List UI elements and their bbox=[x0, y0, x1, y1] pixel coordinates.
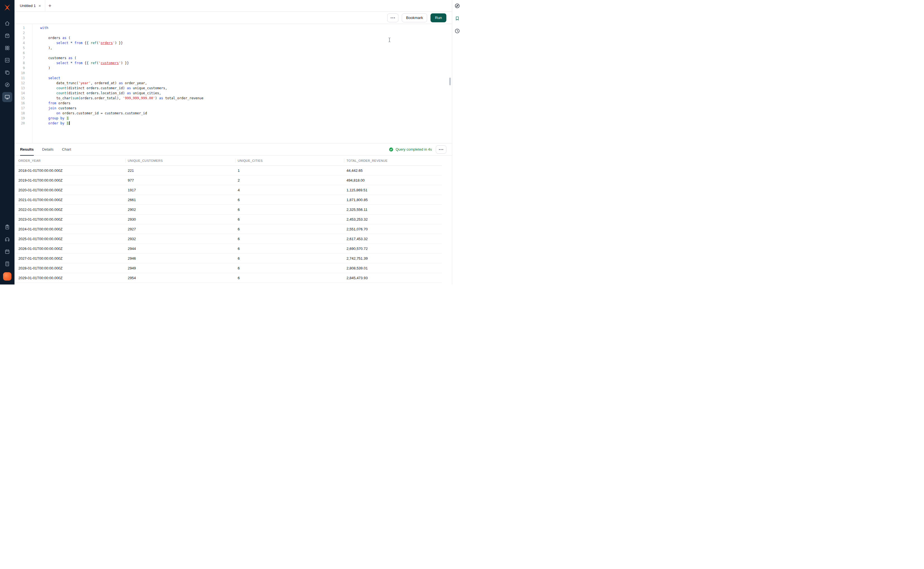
grid-icon bbox=[5, 45, 10, 51]
tab-results[interactable]: Results bbox=[20, 143, 34, 155]
syntax-token: as bbox=[127, 91, 131, 95]
code-line[interactable]: with bbox=[40, 25, 452, 30]
sidebar-item-code[interactable] bbox=[2, 55, 12, 65]
bookmark-button[interactable]: Bookmark bbox=[402, 14, 427, 22]
table-row[interactable]: 2023-01-01T00:00:00.000Z293062,453,253.3… bbox=[16, 215, 442, 224]
syntax-token: {{ bbox=[82, 41, 91, 45]
sidebar-item-apps[interactable] bbox=[2, 43, 12, 53]
tab-chart[interactable]: Chart bbox=[62, 143, 71, 155]
table-row[interactable]: 2029-01-01T00:00:00.000Z295462,845,473.9… bbox=[16, 273, 442, 283]
table-cell: 977 bbox=[126, 178, 236, 183]
sidebar-item-terminal[interactable] bbox=[2, 92, 12, 102]
sidebar-item-explore[interactable] bbox=[2, 80, 12, 90]
code-line[interactable]: customers as ( bbox=[40, 55, 452, 61]
line-number: 6 bbox=[15, 50, 25, 55]
code-line[interactable]: select bbox=[40, 76, 452, 81]
code-line[interactable] bbox=[40, 30, 452, 35]
table-row[interactable]: 2024-01-01T00:00:00.000Z292762,551,076.7… bbox=[16, 224, 442, 234]
sidebar-item-copies[interactable] bbox=[2, 67, 12, 78]
code-line[interactable]: ) bbox=[40, 65, 452, 71]
table-row[interactable]: 2026-01-01T00:00:00.000Z294462,690,570.7… bbox=[16, 244, 442, 254]
line-number: 15 bbox=[15, 96, 25, 101]
table-cell: 6 bbox=[236, 227, 344, 231]
code-line[interactable]: on orders.customer_id = customers.custom… bbox=[40, 111, 452, 116]
new-tab-button[interactable]: + bbox=[45, 0, 55, 11]
code-line[interactable] bbox=[40, 50, 452, 55]
syntax-token bbox=[40, 41, 56, 45]
sidebar-item-support[interactable] bbox=[2, 234, 12, 244]
code-line[interactable]: to_char(sum(orders.order_total), '999,99… bbox=[40, 96, 452, 101]
table-row[interactable]: 2028-01-01T00:00:00.000Z294962,808,539.0… bbox=[16, 263, 442, 273]
syntax-token: count bbox=[56, 86, 66, 90]
column-header-unique-customers[interactable]: UNIQUE_CUSTOMERS bbox=[126, 156, 236, 166]
table-row[interactable]: 2020-01-01T00:00:00.000Z191741,115,869.5… bbox=[16, 185, 442, 195]
column-header-order-year[interactable]: ORDER_YEAR bbox=[16, 156, 126, 166]
code-line[interactable]: ), bbox=[40, 46, 452, 50]
main-area: Untitled 1 × + Bookmark Run 123456789101… bbox=[15, 0, 452, 284]
code-line[interactable] bbox=[40, 71, 452, 76]
table-cell: 1,115,869.51 bbox=[344, 188, 442, 192]
tab-details[interactable]: Details bbox=[42, 143, 53, 155]
history-panel-button[interactable] bbox=[454, 28, 460, 34]
sql-editor[interactable]: 1234567891011121314151617181920 with ord… bbox=[15, 24, 452, 143]
column-header-total-order-revenue[interactable]: TOTAL_ORDER_REVENUE bbox=[344, 156, 442, 166]
results-more-button[interactable] bbox=[436, 145, 446, 154]
table-cell: 2930 bbox=[126, 217, 236, 221]
table-row[interactable]: 2018-01-01T00:00:00.000Z221144,442.65 bbox=[16, 166, 442, 175]
syntax-token: '999,999,999.00' bbox=[123, 96, 155, 100]
code-line[interactable]: select * from {{ ref('customers') }} bbox=[40, 61, 452, 65]
table-cell: 2 bbox=[236, 178, 344, 183]
table-row[interactable]: 2025-01-01T00:00:00.000Z293262,617,453.3… bbox=[16, 234, 442, 244]
sidebar-item-notebook[interactable] bbox=[2, 246, 12, 257]
editor-gutter: 1234567891011121314151617181920 bbox=[15, 24, 32, 143]
code-line[interactable]: group by 1 bbox=[40, 116, 452, 121]
line-number: 16 bbox=[15, 101, 25, 106]
syntax-token: ' bbox=[99, 41, 101, 45]
table-row[interactable]: 2019-01-01T00:00:00.000Z9772494,818.00 bbox=[16, 175, 442, 185]
terminal-icon bbox=[5, 94, 10, 100]
syntax-token: select bbox=[48, 76, 60, 80]
sidebar-item-calculator[interactable] bbox=[2, 259, 12, 269]
table-cell: 1 bbox=[236, 169, 344, 173]
syntax-token: 1 bbox=[66, 121, 69, 125]
bookmarks-panel-button[interactable] bbox=[454, 15, 460, 21]
explore-panel-button[interactable] bbox=[454, 3, 460, 9]
table-cell: 4 bbox=[236, 188, 344, 192]
syntax-token: join bbox=[48, 106, 56, 110]
close-tab-icon[interactable]: × bbox=[38, 4, 41, 8]
line-number: 13 bbox=[15, 86, 25, 91]
code-line[interactable]: count(distinct orders.customer_id) as un… bbox=[40, 86, 452, 91]
bookmark-icon bbox=[455, 16, 460, 21]
syntax-token: ( bbox=[96, 41, 99, 45]
model-ref-link[interactable]: orders bbox=[101, 41, 113, 45]
model-ref-link[interactable]: customers bbox=[101, 61, 119, 65]
sidebar-item-home[interactable] bbox=[2, 18, 12, 29]
syntax-token bbox=[40, 106, 48, 110]
table-row[interactable]: 2027-01-01T00:00:00.000Z294662,742,751.3… bbox=[16, 254, 442, 263]
editor-scrollbar-thumb[interactable] bbox=[449, 78, 451, 85]
user-avatar[interactable] bbox=[3, 272, 11, 281]
code-line[interactable]: join customers bbox=[40, 106, 452, 111]
more-options-button[interactable] bbox=[387, 14, 398, 22]
code-line[interactable]: order by 1 bbox=[40, 121, 452, 126]
code-line[interactable]: count(distinct orders.location_id) as un… bbox=[40, 91, 452, 96]
run-button[interactable]: Run bbox=[431, 14, 446, 22]
table-cell: 494,818.00 bbox=[344, 178, 442, 183]
syntax-token: from bbox=[75, 41, 82, 45]
syntax-token: total_order_revenue bbox=[163, 96, 204, 100]
table-cell: 2954 bbox=[126, 276, 236, 280]
code-line[interactable]: from orders bbox=[40, 101, 452, 106]
sidebar-item-storage[interactable] bbox=[2, 31, 12, 41]
syntax-token: unique_cities, bbox=[131, 91, 161, 95]
syntax-token bbox=[40, 61, 56, 65]
syntax-token: as bbox=[119, 81, 123, 85]
app-logo[interactable] bbox=[3, 3, 11, 12]
column-header-unique-cities[interactable]: UNIQUE_CITIES bbox=[236, 156, 344, 166]
sidebar-item-clipboard[interactable] bbox=[2, 222, 12, 232]
compass-icon bbox=[5, 82, 10, 88]
syntax-token: with bbox=[40, 26, 48, 30]
code-line[interactable]: date_trunc('year', ordered_at) as order_… bbox=[40, 81, 452, 86]
table-row[interactable]: 2021-01-01T00:00:00.000Z266161,871,800.8… bbox=[16, 195, 442, 205]
tab-untitled-1[interactable]: Untitled 1 × bbox=[16, 0, 45, 11]
table-row[interactable]: 2022-01-01T00:00:00.000Z290262,325,556.1… bbox=[16, 205, 442, 215]
